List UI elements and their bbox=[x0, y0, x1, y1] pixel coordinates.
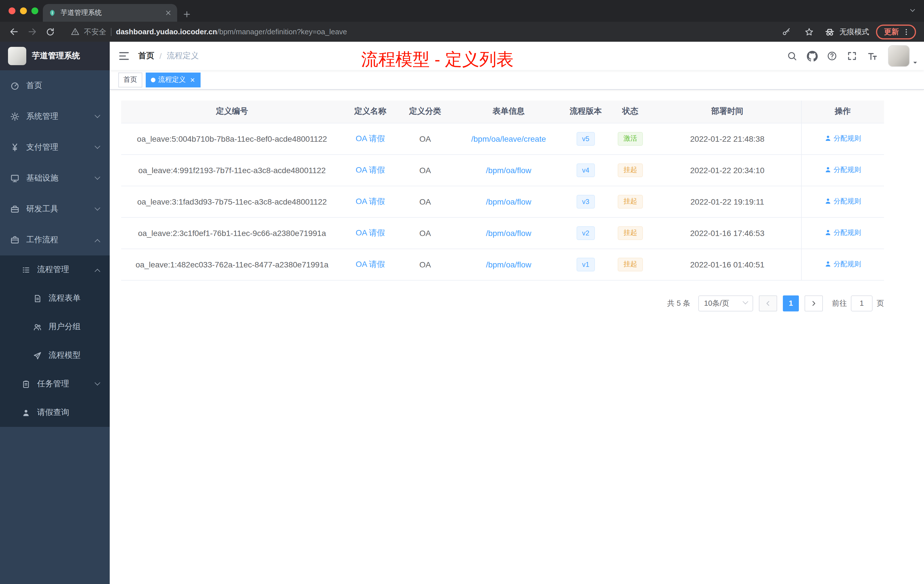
assign-rule-link[interactable]: 分配规则 bbox=[825, 228, 861, 238]
page-number-1[interactable]: 1 bbox=[783, 295, 799, 311]
sidebar-item-task-mgmt[interactable]: 任务管理 bbox=[0, 370, 110, 398]
fullscreen-icon[interactable] bbox=[845, 49, 860, 63]
caret-down-icon bbox=[912, 59, 918, 67]
version-badge: v1 bbox=[576, 257, 595, 271]
sidebar-item-process-mgmt[interactable]: 流程管理 bbox=[0, 256, 110, 284]
sidebar-item-label: 请假查询 bbox=[37, 407, 69, 418]
window-controls[interactable] bbox=[8, 7, 38, 14]
sidebar-item-label: 系统管理 bbox=[26, 111, 58, 122]
app-logo bbox=[8, 47, 26, 65]
close-window-button[interactable] bbox=[8, 7, 15, 14]
goto-page-input[interactable] bbox=[851, 295, 873, 311]
pagination: 共 5 条 10条/页 1 前往 页 bbox=[121, 295, 884, 311]
tag-close-icon[interactable] bbox=[190, 77, 195, 82]
user-icon bbox=[825, 261, 832, 268]
cell-definition-id: oa_leave:5:004b710b-7b8a-11ec-8ef0-acde4… bbox=[121, 123, 343, 154]
sidebar-item-workflow[interactable]: 工作流程 bbox=[0, 224, 110, 256]
workflow-submenu: 流程管理 流程表单 用户分组 流程模型 任务管理 bbox=[0, 256, 110, 427]
assign-rule-link[interactable]: 分配规则 bbox=[825, 134, 861, 144]
assign-rule-link[interactable]: 分配规则 bbox=[825, 165, 861, 175]
sidebar-item-label: 工作流程 bbox=[26, 235, 58, 245]
form-info-link[interactable]: /bpm/oa/flow bbox=[486, 260, 531, 269]
form-info-link[interactable]: /bpm/oa/flow bbox=[486, 165, 531, 175]
browser-tab[interactable]: 芋道管理系统 bbox=[43, 4, 177, 22]
cell-definition-id: oa_leave:2:3c1f0ef1-76b1-11ec-9c66-a2380… bbox=[121, 217, 343, 249]
breadcrumb-home[interactable]: 首页 bbox=[138, 51, 154, 61]
browser-menu-icon[interactable] bbox=[902, 28, 910, 36]
page-size-select[interactable]: 10条/页 bbox=[698, 295, 753, 311]
tab-title: 芋道管理系统 bbox=[61, 8, 160, 18]
top-navbar: 首页 / 流程定义 流程模型 - 定义列表 bbox=[110, 42, 924, 70]
breadcrumb-current: 流程定义 bbox=[167, 51, 199, 61]
forward-icon[interactable] bbox=[24, 24, 40, 40]
col-operation: 操作 bbox=[801, 101, 884, 123]
version-badge: v5 bbox=[576, 132, 595, 145]
breadcrumb: 首页 / 流程定义 bbox=[138, 51, 199, 61]
sidebar-item-home[interactable]: 首页 bbox=[0, 70, 110, 101]
cell-category: OA bbox=[398, 186, 452, 217]
password-key-icon[interactable] bbox=[778, 24, 794, 40]
definition-name-link[interactable]: OA 请假 bbox=[356, 165, 385, 174]
sidebar-item-label: 研发工具 bbox=[26, 204, 58, 214]
form-info-link[interactable]: /bpm/oa/flow bbox=[486, 228, 531, 238]
table-row: oa_leave:4:991f2193-7b7f-11ec-a3c8-acde4… bbox=[121, 154, 884, 186]
update-label: 更新 bbox=[884, 26, 899, 37]
address-bar[interactable]: 不安全 dashboard.yudao.iocoder.cn/bpm/manag… bbox=[65, 24, 771, 40]
definition-name-link[interactable]: OA 请假 bbox=[356, 196, 385, 205]
form-info-link[interactable]: /bpm/oa/flow bbox=[486, 197, 531, 206]
definition-name-link[interactable]: OA 请假 bbox=[356, 228, 385, 237]
status-badge: 挂起 bbox=[618, 195, 643, 208]
cell-definition-id: oa_leave:3:1fad3d93-7b75-11ec-a3c8-acde4… bbox=[121, 186, 343, 217]
bookmark-star-icon[interactable] bbox=[801, 24, 817, 40]
update-button[interactable]: 更新 bbox=[876, 24, 916, 39]
incognito-icon bbox=[824, 26, 835, 38]
chevron-up-icon bbox=[94, 269, 100, 274]
tag-home[interactable]: 首页 bbox=[118, 72, 142, 87]
minimize-window-button[interactable] bbox=[20, 7, 27, 14]
new-tab-button[interactable] bbox=[183, 10, 191, 18]
search-icon[interactable] bbox=[785, 49, 799, 63]
sidebar-item-process-model[interactable]: 流程模型 bbox=[0, 341, 110, 370]
form-info-link[interactable]: /bpm/oa/leave/create bbox=[471, 134, 546, 143]
total-count: 共 5 条 bbox=[667, 298, 690, 308]
sidebar-item-label: 用户分组 bbox=[49, 322, 81, 332]
sidebar-item-system[interactable]: 系统管理 bbox=[0, 101, 110, 132]
sidebar-item-process-form[interactable]: 流程表单 bbox=[0, 284, 110, 313]
sidebar-item-devtools[interactable]: 研发工具 bbox=[0, 194, 110, 224]
sidebar-item-leave-query[interactable]: 请假查询 bbox=[0, 398, 110, 427]
user-icon bbox=[825, 198, 832, 205]
table-row: oa_leave:2:3c1f0ef1-76b1-11ec-9c66-a2380… bbox=[121, 217, 884, 249]
paper-plane-icon bbox=[33, 351, 42, 360]
security-label: 不安全 bbox=[84, 26, 106, 37]
toolbar-right: 无痕模式 更新 bbox=[778, 24, 918, 40]
tag-process-definition[interactable]: 流程定义 bbox=[146, 72, 201, 87]
user-menu[interactable] bbox=[888, 45, 918, 67]
form-icon bbox=[33, 294, 42, 303]
prev-page-button[interactable] bbox=[759, 295, 777, 311]
github-icon[interactable] bbox=[805, 49, 819, 63]
back-icon[interactable] bbox=[6, 24, 22, 40]
sidebar-item-label: 基础设施 bbox=[26, 173, 58, 183]
definition-name-link[interactable]: OA 请假 bbox=[356, 259, 385, 268]
toolbox-icon bbox=[10, 205, 20, 214]
sidebar-toggle-icon[interactable] bbox=[110, 50, 138, 62]
assign-rule-link[interactable]: 分配规则 bbox=[825, 196, 861, 206]
tab-close-icon[interactable] bbox=[165, 10, 172, 16]
definition-name-link[interactable]: OA 请假 bbox=[356, 134, 385, 143]
version-badge: v2 bbox=[576, 226, 595, 240]
tab-search-icon[interactable] bbox=[909, 7, 916, 14]
help-icon[interactable] bbox=[825, 49, 840, 63]
reload-icon[interactable] bbox=[42, 24, 58, 40]
app-logo-row[interactable]: 芋道管理系统 bbox=[0, 42, 110, 70]
assign-rule-link[interactable]: 分配规则 bbox=[825, 259, 861, 269]
sidebar-item-payment[interactable]: 支付管理 bbox=[0, 132, 110, 163]
sidebar-item-user-group[interactable]: 用户分组 bbox=[0, 313, 110, 341]
zoom-window-button[interactable] bbox=[31, 7, 38, 14]
sidebar-item-infra[interactable]: 基础设施 bbox=[0, 163, 110, 194]
table-header-row: 定义编号 定义名称 定义分类 表单信息 流程版本 状态 部署时间 操作 bbox=[121, 101, 884, 123]
cell-deploy-time: 2022-01-22 20:34:10 bbox=[654, 154, 801, 186]
font-size-icon[interactable] bbox=[865, 49, 879, 63]
gear-icon bbox=[10, 112, 20, 121]
next-page-button[interactable] bbox=[805, 295, 823, 311]
insecure-warning-icon bbox=[71, 27, 79, 36]
